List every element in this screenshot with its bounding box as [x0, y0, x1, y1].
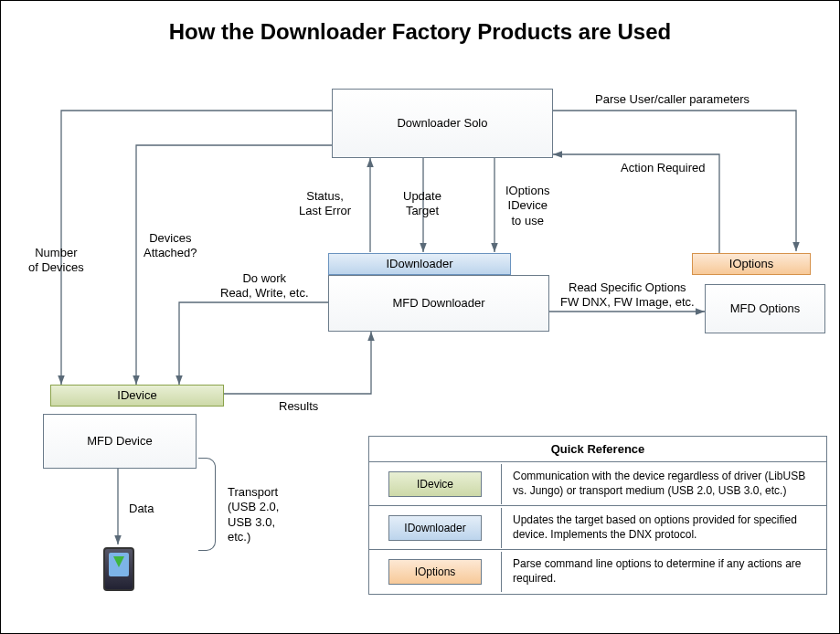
legend-row: IDownloaderUpdates the target based on o…	[369, 506, 826, 550]
box-idevice: IDevice	[50, 385, 224, 407]
label-read-specific: Read Specific Options FW DNX, FW Image, …	[560, 280, 695, 311]
box-idownloader: IDownloader	[328, 253, 511, 275]
label-do-work: Do work Read, Write, etc.	[220, 271, 309, 301]
box-mfd-downloader: MFD Downloader	[328, 275, 549, 332]
label-data: Data	[129, 502, 154, 516]
page-title: How the Downloader Factory Products are …	[1, 19, 839, 45]
legend-title: Quick Reference	[369, 437, 826, 462]
legend-quick-reference: Quick Reference IDeviceCommunication wit…	[368, 436, 827, 595]
legend-key-cell: IDevice	[369, 464, 502, 504]
legend-chip: IDownloader	[388, 515, 482, 541]
legend-desc: Communication with the device regardless…	[502, 462, 826, 505]
box-ioptions: IOptions	[692, 253, 811, 275]
legend-key-cell: IDownloader	[369, 508, 502, 548]
transport-bracket	[198, 458, 216, 551]
legend-desc: Updates the target based on options prov…	[502, 506, 826, 549]
label-number-of-devices: Number of Devices	[28, 246, 84, 276]
label-status-last-error: Status, Last Error	[299, 189, 351, 219]
box-mfd-device: MFD Device	[43, 414, 197, 469]
label-results: Results	[279, 399, 318, 414]
label-ioptions-idevice: IOptions IDevice to use	[505, 184, 549, 228]
legend-chip: IOptions	[388, 559, 482, 585]
legend-desc: Parse command line options to determine …	[502, 550, 826, 593]
legend-row: IOptionsParse command line options to de…	[369, 550, 826, 593]
label-devices-attached: Devices Attached?	[144, 231, 197, 261]
label-transport: Transport (USB 2.0, USB 3.0, etc.)	[228, 485, 279, 544]
device-phone-icon	[103, 547, 134, 591]
label-update-target: Update Target	[403, 189, 441, 219]
legend-chip: IDevice	[388, 471, 482, 497]
box-mfd-options: MFD Options	[705, 284, 825, 333]
diagram-page: How the Downloader Factory Products are …	[0, 0, 840, 634]
label-action-required: Action Required	[621, 161, 706, 175]
label-parse-user: Parse User/caller parameters	[595, 92, 750, 107]
legend-row: IDeviceCommunication with the device reg…	[369, 462, 826, 506]
box-downloader-solo: Downloader Solo	[332, 89, 553, 158]
legend-key-cell: IOptions	[369, 552, 502, 592]
